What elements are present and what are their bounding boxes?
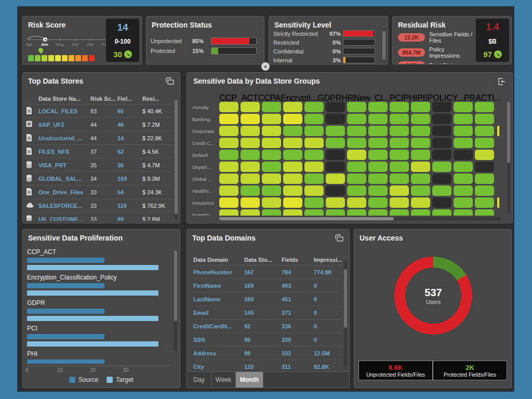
heatmap-cell[interactable] [475,138,494,148]
heatmap-cell[interactable] [347,102,366,112]
heatmap-cell[interactable] [475,197,494,208]
heatmap-cell[interactable] [241,162,260,172]
heatmap-cell[interactable] [219,209,238,216]
heatmap-cell[interactable] [326,197,345,208]
heatmap-cell[interactable] [326,185,345,196]
scrollbar[interactable] [344,261,347,367]
scrollbar[interactable] [175,100,178,219]
heatmap-cell[interactable] [368,197,388,208]
column-header[interactable]: Fields [282,257,314,263]
heatmap-row-label[interactable]: Insurance [190,200,219,206]
heatmap-column-header[interactable]: POLICY... [428,94,464,101]
heatmap-cell[interactable] [368,150,388,160]
heatmap-cell[interactable] [326,114,345,124]
flip-chart-icon[interactable] [334,234,344,244]
heatmap-cell[interactable] [241,102,260,112]
heatmap-cell[interactable] [368,114,388,124]
target-bar[interactable] [27,316,158,321]
heatmap-row-label[interactable]: Depart... [190,164,219,170]
column-header[interactable]: Fiel... [117,96,142,102]
table-row[interactable]: Email1453710 [193,305,342,319]
heatmap-cell[interactable] [347,174,366,184]
table-row[interactable]: CreditCardN...923360 [193,319,342,332]
timeline-month-label[interactable]: Jun [41,42,48,47]
fields-link[interactable]: 116 [117,203,142,209]
data-domain-link[interactable]: Address [193,350,244,356]
heatmap-cell[interactable] [432,102,451,112]
data-store-name-link[interactable]: SALESFORCE... [38,203,90,209]
heatmap-cell[interactable] [411,138,430,148]
heatmap-cell[interactable] [411,209,430,216]
heatmap-row-label[interactable]: Investm [190,212,219,216]
heatmap-cell[interactable] [283,185,302,196]
heatmap-cell[interactable] [347,126,366,136]
heatmap-cell[interactable] [454,150,473,160]
heatmap-cell[interactable] [454,138,473,148]
heatmap-row-label[interactable]: Corporate [190,128,219,134]
heatmap-cell[interactable] [432,197,451,208]
horizontal-scrollbar[interactable] [219,217,501,220]
heatmap-row-label[interactable]: Global ... [190,176,219,182]
export-icon[interactable] [497,77,506,88]
heatmap-cell[interactable] [283,162,302,172]
heatmap-cell[interactable] [326,102,345,112]
heatmap-cell[interactable] [283,114,302,124]
heatmap-cell[interactable] [390,102,409,112]
heatmap-cell[interactable] [432,150,451,160]
heatmap-cell[interactable] [411,185,430,196]
heatmap-column-header[interactable]: PCI [390,94,404,101]
table-row[interactable]: FirstName1694930 [193,278,342,292]
target-bar[interactable] [27,341,158,347]
heatmap-cell[interactable] [475,162,494,172]
column-header[interactable]: Data Sto... [244,257,282,263]
heatmap-cell[interactable] [283,126,302,136]
heatmap-cell[interactable] [304,209,324,216]
heatmap-cell[interactable] [219,114,238,124]
heatmap-cell[interactable] [454,102,473,112]
source-bar[interactable] [27,309,104,314]
target-bar[interactable] [27,290,158,296]
heatmap-cell[interactable] [241,197,260,208]
heatmap-cell[interactable] [326,126,345,136]
column-header[interactable]: Risk Sc... [90,96,117,102]
heatmap-cell[interactable] [475,102,494,112]
table-row[interactable]: City12031192.8K [193,360,342,370]
table-row[interactable]: UK_CUSTOME...3389$ 2.8M [26,212,172,221]
heatmap-row-label[interactable]: Default [190,152,219,158]
heatmap-row-label[interactable]: Credit C... [190,140,219,146]
data-domain-link[interactable]: CreditCardN... [193,323,244,329]
table-row[interactable]: FILES_NFS3752$ 4.5K [26,144,172,158]
heatmap-cell[interactable] [219,102,238,112]
timeline-month-label[interactable]: Oct [72,42,78,47]
data-domain-link[interactable]: LastName [193,296,244,302]
heatmap-cell[interactable] [304,150,324,160]
heatmap-cell[interactable] [368,209,388,216]
heatmap-cell[interactable] [475,209,494,216]
heatmap-cell[interactable] [390,197,409,208]
heatmap-cell[interactable] [475,185,494,196]
heatmap-row-label[interactable]: Banking [190,116,219,122]
heatmap-cell[interactable] [475,126,494,136]
heatmap-cell[interactable] [390,126,409,136]
data-domain-link[interactable]: Email [193,310,244,316]
risk-score-timeline[interactable]: AprJunAugOctDecFeb [27,33,108,62]
heatmap-cell[interactable] [411,162,430,172]
fields-link[interactable]: 14 [117,135,142,141]
heatmap-row-label[interactable]: Annuity [190,104,219,110]
heatmap-cell[interactable] [454,197,473,208]
heatmap-cell[interactable] [432,209,451,216]
heatmap-cell[interactable] [347,138,366,148]
data-store-name-link[interactable]: One_Drive_Files [38,189,90,195]
heatmap-cell[interactable] [262,102,281,112]
fields-link[interactable]: 169 [117,176,142,182]
data-domain-link[interactable]: FirstName [193,283,244,289]
source-bar[interactable] [27,334,104,339]
heatmap-cell[interactable] [241,114,260,124]
heatmap-cell[interactable] [475,150,494,160]
legend-item[interactable]: Target [107,376,133,383]
heatmap-cell[interactable] [326,162,345,172]
heatmap-cell[interactable] [283,209,302,216]
tab-day[interactable]: Day [187,372,211,388]
heatmap-cell[interactable] [283,102,302,112]
heatmap-cell[interactable] [241,185,260,196]
